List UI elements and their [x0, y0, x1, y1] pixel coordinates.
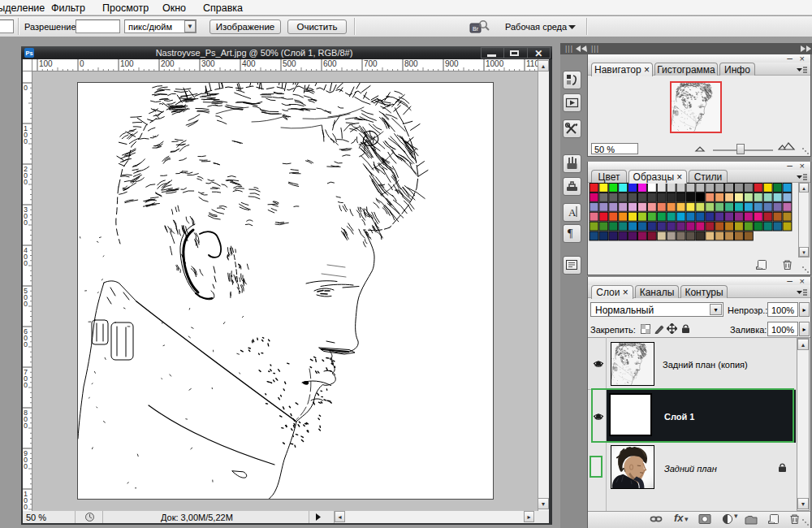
svg-text:800: 800	[404, 59, 418, 68]
svg-text:200: 200	[161, 59, 175, 68]
svg-text:100: 100	[39, 59, 53, 68]
svg-text:0: 0	[24, 84, 28, 92]
svg-text:100: 100	[120, 59, 134, 68]
svg-text:500: 500	[283, 59, 296, 68]
svg-text:0: 0	[24, 178, 28, 186]
svg-text:0: 0	[24, 300, 28, 308]
svg-text:0: 0	[24, 422, 28, 430]
svg-text:900: 900	[445, 59, 459, 68]
svg-text:Ps: Ps	[25, 50, 32, 57]
svg-text:600: 600	[323, 59, 337, 68]
svg-text:0: 0	[80, 59, 84, 68]
svg-text:0: 0	[24, 219, 28, 227]
svg-text:700: 700	[364, 59, 378, 68]
svg-text:400: 400	[242, 59, 256, 68]
svg-text:Br: Br	[473, 26, 479, 32]
svg-text:300: 300	[201, 59, 215, 68]
svg-text:0: 0	[24, 462, 28, 470]
svg-text:A: A	[568, 206, 577, 219]
svg-text:¶: ¶	[568, 227, 573, 240]
svg-text:0: 0	[24, 340, 28, 348]
svg-text:1100: 1100	[526, 59, 538, 68]
svg-text:0: 0	[24, 137, 28, 145]
svg-text:0: 0	[24, 381, 28, 389]
svg-text:1000: 1000	[486, 59, 504, 68]
svg-text:0: 0	[24, 259, 28, 267]
